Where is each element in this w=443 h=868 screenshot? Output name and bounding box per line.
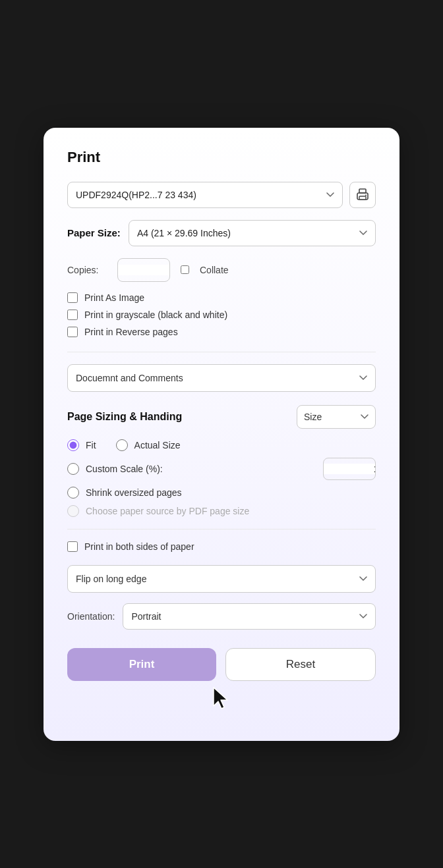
printer-icon [355, 188, 370, 202]
shrink-radio-row: Shrink oversized pages [67, 487, 376, 499]
svg-rect-2 [359, 196, 366, 200]
divider-1 [67, 352, 376, 352]
orientation-row: Orientation: Portrait [67, 603, 376, 630]
copies-collate-wrapper: Copies: ▲ ▼ Collate [67, 258, 376, 282]
fit-radio[interactable] [67, 439, 79, 451]
paper-size-row: Paper Size: A4 (21 × 29.69 Inches) [67, 220, 376, 246]
both-sides-checkbox[interactable] [67, 541, 78, 552]
print-grayscale-row: Print in grayscale (black and white) [67, 310, 376, 320]
dialog-title: Print [67, 149, 376, 166]
cursor-icon [211, 686, 232, 713]
print-reverse-row: Print in Reverse pages [67, 327, 376, 337]
page-sizing-header: Page Sizing & Handing Size [67, 405, 376, 429]
orientation-label: Orientation: [67, 611, 115, 622]
print-button[interactable]: Print [67, 648, 216, 681]
custom-scale-radio[interactable] [67, 463, 79, 475]
divider-2 [67, 529, 376, 529]
print-as-image-row: Print As Image [67, 292, 376, 303]
scale-spinner: ▲ ▼ [323, 458, 376, 480]
paper-source-label: Choose paper source by PDF page size [86, 506, 249, 516]
printer-row: UPDF2924Q(HP2...7 23 434) [67, 182, 376, 208]
copies-input[interactable] [118, 265, 170, 275]
paper-source-radio [67, 505, 79, 517]
print-as-image-label: Print As Image [84, 292, 144, 303]
printer-select[interactable]: UPDF2924Q(HP2...7 23 434) [67, 182, 343, 208]
print-as-image-checkbox[interactable] [67, 292, 78, 303]
collate-label: Collate [200, 265, 229, 275]
button-row: Print Reset [67, 648, 376, 681]
both-sides-row: Print in both sides of paper [67, 541, 376, 552]
fit-label: Fit [86, 440, 96, 450]
paper-source-radio-row: Choose paper source by PDF page size [67, 505, 376, 517]
shrink-radio[interactable] [67, 487, 79, 499]
cursor-indicator [67, 686, 376, 717]
custom-scale-label: Custom Scale (%): [86, 464, 163, 474]
orientation-select[interactable]: Portrait [123, 603, 376, 630]
printer-icon-button[interactable] [349, 182, 376, 208]
print-reverse-checkbox[interactable] [67, 327, 78, 337]
flip-select[interactable]: Flip on long edge [67, 565, 376, 593]
reset-button[interactable]: Reset [225, 648, 376, 681]
copies-spinner: ▲ ▼ [117, 258, 170, 282]
size-dropdown[interactable]: Size [297, 405, 376, 429]
print-grayscale-checkbox[interactable] [67, 310, 78, 320]
scale-input[interactable] [324, 464, 376, 474]
svg-point-3 [365, 194, 367, 196]
print-reverse-label: Print in Reverse pages [84, 327, 178, 337]
paper-size-select[interactable]: A4 (21 × 29.69 Inches) [129, 220, 376, 246]
fit-radio-row: Fit Actual Size [67, 439, 376, 451]
collate-checkbox[interactable] [181, 265, 189, 274]
both-sides-label: Print in both sides of paper [84, 541, 194, 552]
document-comments-select[interactable]: Docuemnt and Comments [67, 364, 376, 392]
checkboxes-section: Print As Image Print in grayscale (black… [67, 292, 376, 337]
copies-label: Copies: [67, 265, 107, 275]
print-dialog: Print UPDF2924Q(HP2...7 23 434) Paper Si… [44, 128, 399, 741]
page-sizing-radio-group: Fit Actual Size Custom Scale (%): ▲ ▼ Sh… [67, 439, 376, 517]
shrink-label: Shrink oversized pages [86, 487, 182, 498]
actual-size-label: Actual Size [134, 440, 181, 450]
svg-rect-1 [359, 189, 366, 193]
page-sizing-title: Page Sizing & Handing [67, 411, 182, 423]
paper-size-label: Paper Size: [67, 227, 121, 238]
print-grayscale-label: Print in grayscale (black and white) [84, 310, 227, 320]
both-sides-section: Print in both sides of paper Flip on lon… [67, 541, 376, 593]
custom-scale-row: Custom Scale (%): ▲ ▼ [67, 458, 376, 480]
actual-size-radio[interactable] [116, 439, 128, 451]
